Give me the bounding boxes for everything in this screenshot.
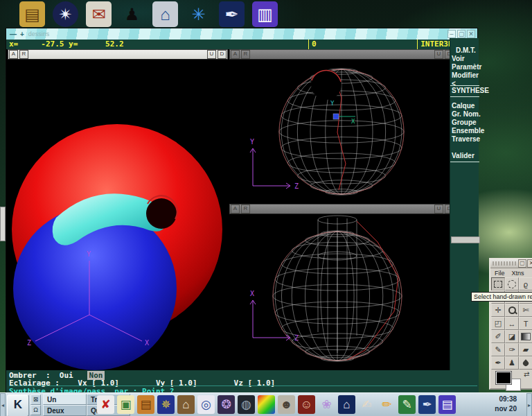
- portrait-icon[interactable]: ☺: [298, 395, 315, 414]
- toolbox-titlebar[interactable]: ▢ ✕: [490, 259, 532, 268]
- package-icon[interactable]: ▤: [19, 1, 45, 27]
- render-canvas[interactable]: X Z: [229, 214, 455, 370]
- marker-x-label: X: [351, 118, 355, 125]
- globe-pen-icon[interactable]: ✒: [418, 395, 436, 414]
- ant-icon[interactable]: ✳: [186, 1, 211, 27]
- viewport-top: A R U D X Z: [229, 204, 455, 370]
- pencil-launcher-icon[interactable]: ✏: [378, 395, 396, 414]
- viewport-r-button[interactable]: R: [241, 205, 250, 214]
- clone-tool[interactable]: ♟: [505, 356, 519, 370]
- mail-icon[interactable]: ✉: [86, 1, 112, 27]
- render-canvas[interactable]: X Y Y Z: [229, 60, 455, 204]
- ellipse-select-tool[interactable]: [505, 277, 519, 291]
- lock-screen-button[interactable]: Ω: [30, 405, 41, 415]
- viewport-u-button[interactable]: U: [207, 50, 216, 59]
- rect-select-tool[interactable]: [491, 277, 505, 291]
- draw-person-icon[interactable]: ✍: [358, 395, 375, 414]
- menu-item-traverse[interactable]: Traverse: [452, 135, 480, 143]
- viewport-r-button[interactable]: R: [19, 50, 28, 59]
- gimp-xtns-menu[interactable]: Xtns: [512, 270, 524, 277]
- pager-desktop-1[interactable]: Un: [43, 394, 87, 405]
- viewport-a-button[interactable]: A: [9, 50, 18, 59]
- viewport-a-button[interactable]: A: [231, 50, 240, 59]
- home-share-icon[interactable]: ⌂: [152, 1, 178, 27]
- panel-hide-right[interactable]: ▸: [526, 393, 532, 416]
- menu-item-voir[interactable]: Voir: [452, 55, 465, 62]
- pin-icon[interactable]: +: [20, 31, 24, 38]
- notebook-icon[interactable]: ✎: [398, 395, 416, 414]
- knotes-icon[interactable]: ▤: [438, 395, 456, 414]
- menu-item-valider[interactable]: Valider: [452, 152, 475, 159]
- foreground-color-swatch[interactable]: [496, 372, 511, 384]
- axis-z-label: Z: [294, 182, 299, 190]
- eraser-tool[interactable]: ▰: [519, 343, 532, 356]
- kcontrol-icon[interactable]: ❂: [218, 395, 235, 414]
- flip-tool[interactable]: ↔: [505, 317, 519, 330]
- window-titlebar[interactable]: — + dessins – ▢ ✕: [6, 28, 477, 40]
- menu-item-dmt[interactable]: D.M.T.: [456, 46, 476, 54]
- 3d-app-icon[interactable]: ◍: [238, 395, 255, 414]
- gimp-icon[interactable]: ☻: [278, 395, 295, 414]
- close-button[interactable]: ✕: [467, 30, 475, 38]
- k-menu-button[interactable]: K: [7, 395, 29, 416]
- window-list-button[interactable]: ⊠: [30, 395, 41, 405]
- panel-hide-left[interactable]: ◂: [0, 393, 6, 416]
- toolbox-close-button[interactable]: ✕: [527, 259, 532, 268]
- paintbrush-tool[interactable]: ✑: [505, 343, 519, 356]
- desktop-icon[interactable]: ▣: [117, 395, 134, 414]
- home-dir-icon[interactable]: ⌂: [177, 395, 195, 414]
- gimp-toolbox-window: ▢ ✕ File Xtns ϱ✱↝✂✛✄◰↔T✐◪✎✑▰✒♟ ⇄: [489, 258, 532, 390]
- viewport-r-button[interactable]: R: [241, 50, 250, 59]
- viewport-header: A R U D: [229, 204, 455, 214]
- menu-item-modifier[interactable]: Modifier: [452, 71, 479, 79]
- render-canvas[interactable]: Y X Z: [8, 60, 228, 370]
- kfm-globe-icon[interactable]: ⌂: [338, 395, 355, 414]
- window-menu-icon[interactable]: —: [10, 31, 17, 38]
- penguin-icon[interactable]: ♟: [119, 1, 145, 27]
- pencil-tool[interactable]: ✎: [491, 343, 505, 356]
- viewport-front: A R U D X Y Y Z: [229, 49, 455, 204]
- menu-item-ensemble[interactable]: Ensemble: [452, 127, 484, 135]
- afterstep-icon[interactable]: ✴: [53, 1, 78, 27]
- crop-tool[interactable]: ✄: [519, 304, 532, 317]
- notes-icon[interactable]: ▥: [252, 1, 278, 27]
- menu-item-groupe[interactable]: Groupe: [452, 119, 477, 126]
- menu-item-synthese[interactable]: SYNTHESE: [452, 87, 489, 94]
- menu-item-gr-nom[interactable]: Gr. Nom.: [452, 110, 481, 118]
- kde-panel: ◂ K ⊠ Ω Un Deux Trois Quatre ✘▣▤✵⌂◎❂◍☻☺❀…: [0, 392, 532, 416]
- find-files-icon[interactable]: ◎: [197, 395, 215, 414]
- color-area: ⇄: [490, 370, 532, 393]
- blend-tool[interactable]: [519, 330, 532, 343]
- axis-z-label: Z: [27, 339, 31, 347]
- viewport-d-button[interactable]: D: [218, 50, 227, 59]
- gimp-file-menu[interactable]: File: [495, 270, 505, 277]
- viewport-u-button[interactable]: U: [434, 50, 443, 59]
- minimize-button[interactable]: –: [447, 30, 456, 38]
- airbrush-tool[interactable]: ✒: [491, 356, 505, 370]
- toolbox-maximize-button[interactable]: ▢: [518, 259, 526, 268]
- pager-desktop-2[interactable]: Deux: [43, 405, 87, 416]
- viewport-u-button[interactable]: U: [434, 205, 443, 214]
- menu-item-calque[interactable]: Calque: [452, 102, 475, 110]
- gradient-icon[interactable]: [258, 395, 275, 414]
- text-tool[interactable]: T: [519, 317, 532, 330]
- viewport-perspective: A R U D: [8, 49, 228, 370]
- move-tool[interactable]: ✛: [491, 304, 505, 317]
- free-select-tool[interactable]: ϱ: [519, 277, 532, 291]
- file-cabinet-icon[interactable]: ▤: [137, 395, 154, 414]
- swap-colors-icon[interactable]: ⇄: [524, 370, 529, 378]
- convolve-tool[interactable]: [519, 356, 532, 370]
- flower-icon[interactable]: ❀: [318, 395, 335, 414]
- pen-rocket-icon[interactable]: ✒: [219, 1, 245, 27]
- bucket-fill-tool[interactable]: ◪: [505, 330, 519, 343]
- logout-icon[interactable]: ✘: [97, 395, 114, 414]
- ellipse-select-tool-icon: [508, 280, 516, 288]
- color-picker-tool[interactable]: ✐: [491, 330, 505, 343]
- viewport-a-button[interactable]: A: [231, 205, 240, 214]
- menu-item-parametr[interactable]: Paramètr: [452, 63, 481, 71]
- transform-tool[interactable]: ◰: [491, 317, 505, 330]
- maximize-button[interactable]: ▢: [457, 30, 466, 38]
- help-wheel-icon[interactable]: ✵: [157, 395, 175, 414]
- menu-scrollbar[interactable]: [451, 236, 480, 243]
- zoom-tool[interactable]: [505, 304, 519, 317]
